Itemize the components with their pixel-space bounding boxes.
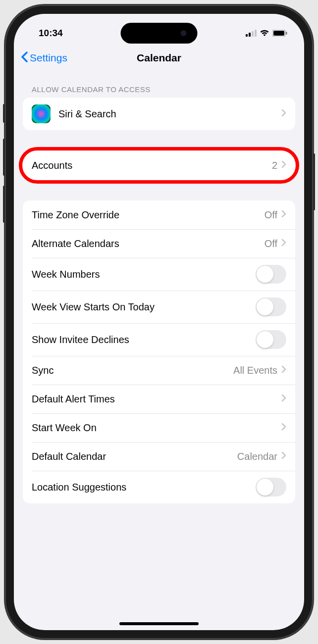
home-indicator[interactable]: [119, 622, 199, 625]
week-view-today-label: Week View Starts On Today: [32, 301, 256, 313]
chevron-right-icon: [281, 210, 286, 220]
siri-search-row[interactable]: Siri & Search: [23, 98, 295, 130]
chevron-right-icon: [281, 109, 286, 119]
timezone-override-row[interactable]: Time Zone Override Off: [23, 200, 295, 229]
phone-frame: 10:34 Settings Calendar: [5, 5, 313, 639]
sync-label: Sync: [32, 365, 233, 376]
accounts-count: 2: [272, 160, 277, 171]
navigation-bar: Settings Calendar: [14, 44, 304, 72]
silent-switch: [3, 104, 5, 123]
default-alert-times-row[interactable]: Default Alert Times: [23, 385, 295, 413]
status-icons: [246, 30, 287, 37]
chevron-left-icon: [21, 51, 28, 65]
start-week-on-label: Start Week On: [32, 422, 281, 434]
volume-down-button: [3, 186, 5, 223]
show-invitee-declines-row: Show Invitee Declines: [23, 323, 295, 356]
accounts-label: Accounts: [32, 160, 272, 171]
page-title: Calendar: [137, 52, 181, 64]
section-header-access: ALLOW CALENDAR TO ACCESS: [23, 72, 295, 98]
access-group: Siri & Search: [23, 98, 295, 130]
calendar-settings-group: Time Zone Override Off Alternate Calenda…: [23, 200, 295, 503]
default-calendar-row[interactable]: Default Calendar Calendar: [23, 442, 295, 471]
show-invitee-declines-toggle[interactable]: [256, 330, 286, 349]
svg-rect-6: [286, 32, 287, 35]
back-label: Settings: [30, 52, 67, 64]
svg-rect-3: [255, 30, 257, 37]
screen: 10:34 Settings Calendar: [14, 14, 304, 630]
alternate-calendars-label: Alternate Calendars: [32, 238, 265, 249]
wifi-icon: [260, 30, 269, 37]
cellular-signal-icon: [246, 30, 257, 37]
svg-rect-2: [252, 31, 254, 37]
back-button[interactable]: Settings: [21, 51, 67, 65]
svg-rect-1: [249, 33, 251, 37]
dynamic-island: [121, 23, 198, 44]
default-alert-times-label: Default Alert Times: [32, 394, 281, 405]
sync-row[interactable]: Sync All Events: [23, 356, 295, 385]
content-area: ALLOW CALENDAR TO ACCESS Siri & Search A…: [14, 72, 304, 503]
accounts-row[interactable]: Accounts 2: [23, 151, 295, 180]
accounts-group: Accounts 2: [23, 151, 295, 180]
week-numbers-label: Week Numbers: [32, 269, 256, 280]
status-time: 10:34: [39, 28, 63, 39]
svg-rect-0: [246, 34, 248, 37]
timezone-override-value: Off: [265, 209, 277, 221]
chevron-right-icon: [281, 239, 286, 248]
siri-icon: [32, 104, 51, 123]
default-calendar-label: Default Calendar: [32, 451, 237, 462]
week-numbers-toggle[interactable]: [256, 265, 286, 284]
alternate-calendars-value: Off: [265, 238, 277, 249]
chevron-right-icon: [281, 394, 286, 404]
chevron-right-icon: [281, 365, 286, 375]
sync-value: All Events: [233, 365, 277, 376]
svg-rect-5: [273, 31, 284, 36]
alternate-calendars-row[interactable]: Alternate Calendars Off: [23, 229, 295, 258]
volume-up-button: [3, 139, 5, 176]
location-suggestions-row: Location Suggestions: [23, 471, 295, 503]
default-calendar-value: Calendar: [237, 451, 277, 462]
battery-icon: [272, 30, 287, 37]
week-numbers-row: Week Numbers: [23, 258, 295, 291]
start-week-on-row[interactable]: Start Week On: [23, 413, 295, 442]
power-button: [313, 153, 315, 210]
location-suggestions-toggle[interactable]: [256, 478, 286, 496]
siri-search-label: Siri & Search: [58, 108, 281, 120]
timezone-override-label: Time Zone Override: [32, 209, 265, 221]
chevron-right-icon: [281, 423, 286, 433]
chevron-right-icon: [281, 451, 286, 461]
chevron-right-icon: [281, 160, 286, 170]
show-invitee-declines-label: Show Invitee Declines: [32, 334, 256, 346]
location-suggestions-label: Location Suggestions: [32, 482, 256, 493]
week-view-today-row: Week View Starts On Today: [23, 291, 295, 323]
week-view-today-toggle[interactable]: [256, 297, 286, 316]
